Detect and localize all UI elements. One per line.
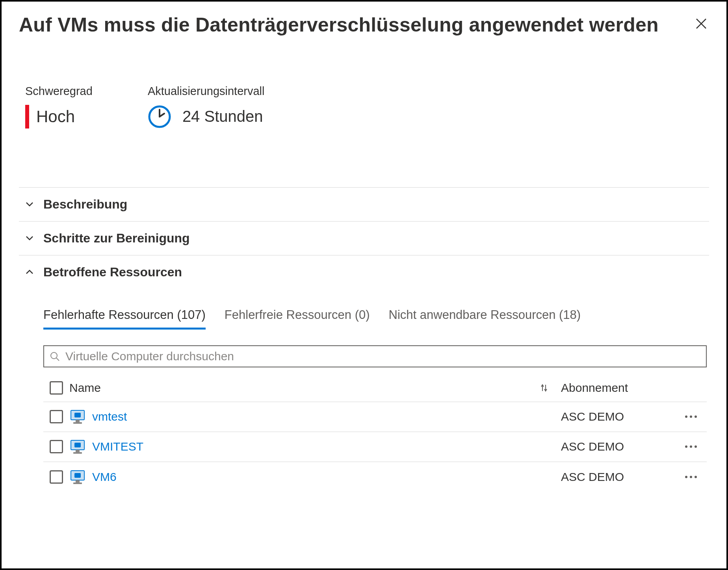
tab-healthy[interactable]: Fehlerfreie Ressourcen (0): [225, 308, 370, 330]
resource-link[interactable]: VM6: [92, 470, 117, 484]
select-all-checkbox[interactable]: [50, 381, 63, 395]
interval-value: 24 Stunden: [182, 108, 263, 125]
vm-icon: [69, 408, 86, 425]
svg-rect-11: [76, 420, 80, 422]
svg-point-29: [695, 476, 697, 478]
tab-unhealthy[interactable]: Fehlerhafte Ressourcen (107): [43, 308, 206, 330]
severity-label: Schweregrad: [25, 85, 93, 98]
table-row[interactable]: VMITEST ASC DEMO: [43, 432, 707, 462]
svg-point-22: [695, 445, 697, 448]
svg-rect-17: [74, 443, 81, 447]
section-remediation-title: Schritte zur Bereinigung: [43, 231, 190, 246]
search-box[interactable]: [43, 345, 707, 367]
section-description[interactable]: Beschreibung: [19, 187, 709, 222]
row-checkbox[interactable]: [50, 410, 63, 423]
svg-point-14: [690, 415, 692, 418]
resource-link[interactable]: vmtest: [92, 410, 127, 423]
row-actions-button[interactable]: [683, 415, 699, 419]
section-affected[interactable]: Betroffene Ressourcen: [19, 255, 709, 289]
section-affected-title: Betroffene Ressourcen: [43, 265, 182, 279]
svg-rect-19: [73, 452, 82, 454]
svg-point-21: [690, 445, 692, 448]
severity-bar-icon: [25, 105, 29, 129]
search-input[interactable]: [65, 350, 700, 363]
vm-icon: [69, 438, 86, 455]
svg-point-20: [685, 445, 687, 448]
header-name[interactable]: Name: [69, 381, 101, 395]
svg-rect-10: [74, 413, 81, 417]
row-checkbox[interactable]: [50, 440, 63, 453]
svg-point-27: [685, 476, 687, 478]
svg-rect-18: [76, 450, 80, 452]
table-header: Name Abonnement: [43, 374, 707, 402]
svg-point-5: [51, 352, 57, 359]
svg-line-6: [56, 358, 59, 361]
section-remediation[interactable]: Schritte zur Bereinigung: [19, 221, 709, 255]
page-title: Auf VMs muss die Datenträgerverschlüssel…: [19, 13, 659, 37]
subscription-cell: ASC DEMO: [561, 440, 675, 453]
search-icon: [50, 351, 60, 361]
subscription-cell: ASC DEMO: [561, 410, 675, 423]
section-description-title: Beschreibung: [43, 197, 127, 212]
subscription-cell: ASC DEMO: [561, 470, 675, 484]
chevron-down-icon: [24, 233, 35, 243]
sort-icon[interactable]: [539, 383, 549, 393]
chevron-down-icon: [24, 199, 35, 209]
interval-block: Aktualisierungsintervall 24 Stunden: [148, 85, 265, 129]
close-button[interactable]: [693, 16, 709, 32]
table-row[interactable]: VM6 ASC DEMO: [43, 462, 707, 492]
interval-label: Aktualisierungsintervall: [148, 85, 265, 98]
row-actions-button[interactable]: [683, 475, 699, 479]
svg-rect-26: [73, 482, 82, 484]
svg-rect-24: [74, 473, 81, 478]
close-icon: [695, 18, 707, 30]
header-subscription[interactable]: Abonnement: [561, 381, 628, 394]
vm-icon: [69, 469, 86, 485]
svg-point-13: [685, 415, 687, 418]
svg-point-15: [695, 415, 697, 418]
resource-link[interactable]: VMITEST: [92, 440, 143, 453]
svg-rect-25: [76, 480, 80, 482]
chevron-up-icon: [24, 267, 35, 277]
row-actions-button[interactable]: [683, 445, 699, 449]
clock-icon: [148, 105, 171, 129]
severity-value: Hoch: [36, 107, 75, 126]
severity-block: Schweregrad Hoch: [25, 85, 93, 129]
svg-point-28: [690, 476, 692, 478]
table-row[interactable]: vmtest ASC DEMO: [43, 402, 707, 432]
svg-rect-12: [73, 422, 82, 424]
tab-not-applicable[interactable]: Nicht anwendbare Ressourcen (18): [389, 308, 581, 330]
row-checkbox[interactable]: [50, 470, 63, 484]
